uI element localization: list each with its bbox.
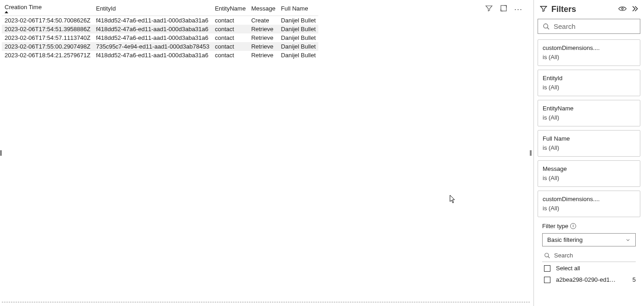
table-cell: 2023-02-06T17:55:00.2907498Z bbox=[2, 42, 93, 51]
filter-values-search-placeholder: Search bbox=[554, 252, 573, 259]
table-cell: contact bbox=[212, 51, 248, 60]
svg-point-3 bbox=[545, 253, 549, 257]
checkbox-icon[interactable] bbox=[544, 265, 550, 272]
col-full-name[interactable]: Full Name bbox=[278, 1, 318, 16]
filter-card[interactable]: Messageis (All) bbox=[538, 160, 640, 187]
table-cell: Danijel Bullet bbox=[278, 16, 318, 25]
filter-field-value: is (All) bbox=[543, 204, 635, 213]
table-cell: 2023-02-06T17:54:51.3958886Z bbox=[2, 25, 93, 33]
chevron-down-icon bbox=[625, 237, 631, 243]
table-cell: 2023-02-06T17:54:50.7008626Z bbox=[2, 16, 93, 25]
filter-type-label: Filter type bbox=[542, 223, 568, 230]
table-cell: contact bbox=[212, 42, 248, 51]
filter-field-name: customDimensions.... bbox=[543, 195, 635, 204]
table-cell: f418dd52-47a6-ed11-aad1-000d3aba31a6 bbox=[93, 25, 212, 33]
filter-card[interactable]: EntityNameis (All) bbox=[538, 100, 640, 126]
filters-icon bbox=[539, 5, 548, 14]
filter-card[interactable]: EntityIdis (All) bbox=[538, 70, 640, 96]
table-cell: contact bbox=[212, 25, 248, 33]
col-creation-time[interactable]: Creation Time bbox=[2, 1, 93, 16]
visual-resize-border[interactable] bbox=[2, 302, 530, 302]
col-message[interactable]: Message bbox=[249, 1, 278, 16]
filter-field-name: EntityId bbox=[543, 74, 635, 83]
table-row[interactable]: 2023-02-06T17:54:50.7008626Zf418dd52-47a… bbox=[2, 16, 318, 25]
table-cell: 735c95c7-4e94-ed11-aad1-000d3ab78453 bbox=[93, 42, 212, 51]
table-row[interactable]: 2023-02-06T17:54:51.3958886Zf418dd52-47a… bbox=[2, 25, 318, 33]
table-cell: Danijel Bullet bbox=[278, 42, 318, 51]
filter-value-label: a2bea298-0290-ed1… bbox=[556, 276, 627, 283]
filter-card[interactable]: Full Nameis (All) bbox=[538, 130, 640, 157]
table-row[interactable]: 2023-02-06T17:54:57.1113740Zf418dd52-47a… bbox=[2, 33, 318, 42]
table-row[interactable]: 2023-02-06T17:55:00.2907498Z735c95c7-4e9… bbox=[2, 42, 318, 51]
filter-value-row[interactable]: a2bea298-0290-ed1… 5 bbox=[538, 273, 640, 285]
info-icon[interactable]: i bbox=[570, 223, 576, 229]
visibility-icon[interactable] bbox=[618, 5, 627, 13]
svg-point-1 bbox=[622, 8, 623, 10]
table-cell: f418dd52-47a6-ed11-aad1-000d3aba31a6 bbox=[93, 51, 212, 60]
table-cell: Danijel Bullet bbox=[278, 33, 318, 42]
table-cell: f418dd52-47a6-ed11-aad1-000d3aba31a6 bbox=[93, 16, 212, 25]
filter-field-value: is (All) bbox=[543, 53, 635, 62]
table-cell: Danijel Bullet bbox=[278, 25, 318, 33]
filter-field-value: is (All) bbox=[543, 143, 635, 153]
col-entity-id[interactable]: EntityId bbox=[93, 1, 212, 16]
collapse-pane-icon[interactable] bbox=[630, 5, 638, 14]
more-options-icon[interactable]: ··· bbox=[514, 5, 522, 13]
svg-point-2 bbox=[544, 24, 548, 28]
filter-values-search[interactable]: Search bbox=[542, 249, 636, 262]
table-cell: Retrieve bbox=[249, 25, 278, 33]
focus-mode-icon[interactable] bbox=[500, 4, 508, 14]
filter-field-value: is (All) bbox=[543, 113, 635, 122]
table-cell: Retrieve bbox=[249, 42, 278, 51]
filter-field-name: EntityName bbox=[543, 104, 635, 113]
results-table[interactable]: Creation Time EntityId EntityName Messag… bbox=[2, 1, 318, 60]
svg-rect-0 bbox=[501, 5, 506, 11]
table-cell: 2023-02-06T17:54:57.1113740Z bbox=[2, 33, 93, 42]
filter-field-name: Message bbox=[543, 164, 635, 174]
table-cell: f418dd52-47a6-ed11-aad1-000d3aba31a6 bbox=[93, 33, 212, 42]
table-cell: contact bbox=[212, 33, 248, 42]
select-all-row[interactable]: Select all bbox=[538, 262, 640, 273]
table-cell: Create bbox=[249, 16, 278, 25]
resize-handle-left[interactable] bbox=[0, 150, 2, 156]
filters-pane: Filters Search customDimensions....is (A… bbox=[534, 0, 644, 306]
filters-search-placeholder: Search bbox=[554, 22, 576, 30]
filters-search-input[interactable]: Search bbox=[538, 19, 640, 34]
filter-type-value: Basic filtering bbox=[547, 236, 583, 243]
table-cell: contact bbox=[212, 16, 248, 25]
table-cell: Danijel Bullet bbox=[278, 51, 318, 60]
filter-field-value: is (All) bbox=[543, 83, 635, 92]
table-row[interactable]: 2023-02-06T18:54:21.2579671Zf418dd52-47a… bbox=[2, 51, 318, 60]
filter-card-active[interactable]: customDimensions.... is (All) bbox=[538, 191, 640, 217]
filter-field-name: customDimensions.... bbox=[543, 44, 635, 53]
col-entity-name[interactable]: EntityName bbox=[212, 1, 248, 16]
checkbox-icon[interactable] bbox=[544, 277, 550, 283]
table-cell: Retrieve bbox=[249, 51, 278, 60]
filter-type-dropdown[interactable]: Basic filtering bbox=[542, 233, 636, 246]
filter-value-count: 5 bbox=[633, 276, 636, 283]
table-cell: Retrieve bbox=[249, 33, 278, 42]
filter-field-value: is (All) bbox=[543, 174, 635, 183]
table-cell: 2023-02-06T18:54:21.2579671Z bbox=[2, 51, 93, 60]
filter-card[interactable]: customDimensions....is (All) bbox=[538, 39, 640, 66]
filter-field-name: Full Name bbox=[543, 134, 635, 143]
resize-handle-right[interactable] bbox=[530, 150, 532, 156]
filters-title: Filters bbox=[551, 5, 615, 14]
select-all-label: Select all bbox=[556, 265, 636, 272]
filter-icon[interactable] bbox=[485, 4, 493, 14]
